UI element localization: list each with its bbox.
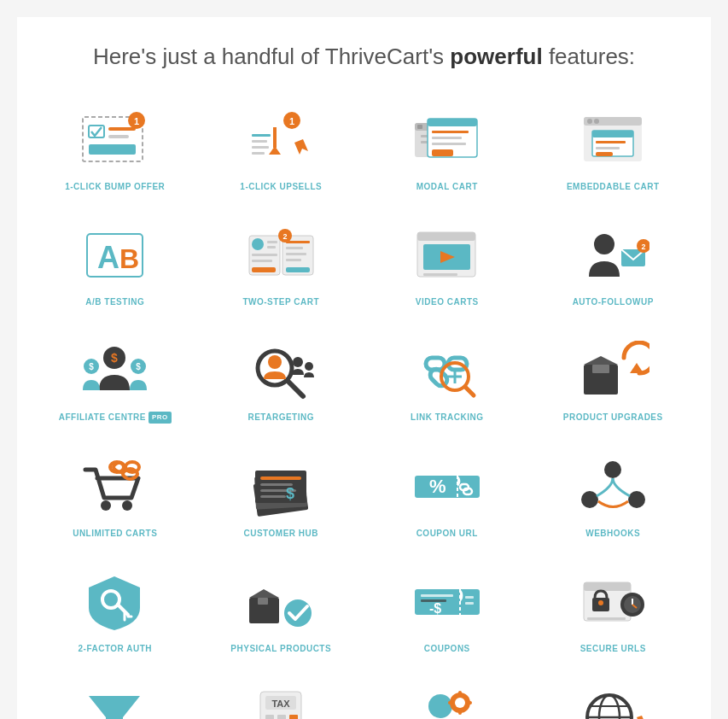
feature-label-customer-hub: CUSTOMER HUB: [244, 528, 318, 539]
feature-2-factor-auth: 2-FACTOR AUTH: [34, 559, 196, 666]
svg-text:B: B: [119, 243, 139, 274]
feature-icon-secure-urls: [574, 568, 651, 636]
feature-webhooks: WEBHOOKS: [533, 444, 695, 551]
feature-label-affiliate-centre: AFFILIATE CENTREPRO: [59, 412, 172, 424]
svg-rect-22: [428, 119, 477, 126]
feature-icon-product-upgrades: [574, 336, 651, 405]
svg-point-71: [268, 355, 282, 369]
svg-marker-127: [89, 696, 140, 719]
feature-1-click-bump-offer: 1 1-CLICK BUMP OFFER: [34, 97, 196, 204]
svg-text:$: $: [136, 362, 141, 371]
svg-rect-25: [432, 143, 466, 145]
feature-icon-membership-integration: [409, 683, 486, 719]
feature-physical-products: PHYSICAL PRODUCTS: [201, 559, 363, 666]
feature-label-coupon-url: COUPON URL: [416, 528, 478, 539]
feature-icon-coupon-url: %: [409, 453, 486, 521]
svg-text:A: A: [97, 240, 119, 275]
svg-rect-26: [432, 149, 453, 156]
feature-ab-testing: A B A/B TESTING: [34, 213, 196, 319]
svg-rect-51: [286, 267, 310, 272]
svg-text:%: %: [429, 476, 446, 497]
feature-icon-1-click-bump-offer: 1: [77, 106, 154, 174]
feature-label-video-carts: VIDEO CARTS: [416, 296, 479, 307]
feature-discount-url: $www DISCOUNT URL: [533, 675, 695, 719]
svg-rect-134: [289, 715, 298, 719]
svg-point-102: [604, 461, 621, 478]
feature-icon-auto-followup: 2: [574, 221, 651, 289]
feature-link-tracking: LINK TRACKING: [366, 328, 528, 436]
page-headline: Here's just a handful of ThriveCart's po…: [34, 43, 694, 72]
svg-point-29: [587, 119, 592, 124]
feature-icon-coupons: -$: [409, 568, 486, 636]
svg-rect-3: [89, 126, 104, 137]
feature-icon-simple-sales-tax: TAX: [242, 683, 319, 719]
feature-icon-two-step-cart: 2: [242, 221, 319, 289]
svg-point-72: [293, 357, 303, 367]
svg-rect-28: [584, 117, 642, 126]
svg-rect-12: [252, 134, 271, 137]
svg-rect-32: [592, 131, 633, 137]
svg-rect-42: [267, 246, 276, 248]
svg-text:$: $: [111, 351, 118, 365]
feature-label-1-click-upsells: 1-CLICK UPSELLS: [240, 181, 322, 192]
svg-text:-$: -$: [429, 601, 441, 616]
page-container: Here's just a handful of ThriveCart's po…: [17, 17, 711, 719]
feature-label-ab-testing: A/B TESTING: [85, 296, 144, 307]
svg-text:2: 2: [282, 232, 287, 241]
feature-affiliate-centre: $ $ $ AFFILIATE CENTREPRO: [34, 328, 196, 436]
svg-rect-23: [432, 131, 469, 133]
svg-point-73: [305, 362, 313, 371]
svg-rect-95: [260, 495, 286, 498]
svg-rect-110: [258, 598, 268, 605]
feature-label-product-upgrades: PRODUCT UPGRADES: [563, 412, 663, 423]
feature-icon-funnel-stats: [77, 683, 154, 719]
svg-text:$: $: [89, 362, 94, 371]
svg-marker-84: [630, 363, 644, 373]
svg-rect-146: [467, 701, 472, 704]
feature-two-step-cart: 2 TWO-STEP CART: [201, 213, 363, 319]
svg-rect-6: [89, 144, 136, 155]
feature-coupons: -$ COUPONS: [366, 559, 528, 666]
svg-line-70: [288, 381, 303, 396]
svg-rect-50: [286, 259, 301, 261]
feature-1-click-upsells: 1 1-CLICK UPSELLS: [201, 97, 363, 204]
feature-label-webhooks: WEBHOOKS: [585, 528, 640, 539]
svg-rect-83: [592, 365, 609, 373]
feature-product-upgrades: PRODUCT UPGRADES: [533, 328, 695, 436]
feature-icon-affiliate-centre: $ $ $: [77, 336, 154, 405]
svg-marker-158: [637, 716, 645, 719]
svg-marker-109: [249, 589, 279, 598]
svg-rect-133: [277, 715, 286, 719]
svg-rect-13: [252, 140, 267, 143]
svg-rect-44: [252, 260, 272, 262]
feature-auto-followup: 2 AUTO-FOLLOWUP: [533, 213, 695, 319]
feature-membership-integration: MEMBERSHIP INTEGRATION: [366, 675, 528, 719]
svg-rect-5: [108, 135, 129, 138]
feature-customer-hub: $ CUSTOMER HUB: [201, 444, 363, 551]
feature-label-embeddable-cart: EMBEDDABLE CART: [567, 181, 660, 192]
feature-label-coupons: COUPONS: [424, 643, 470, 654]
feature-icon-customer-hub: $: [242, 453, 319, 521]
feature-icon-discount-url: $www: [574, 683, 651, 719]
svg-marker-9: [294, 139, 308, 155]
feature-unlimited-carts: UNLIMITED CARTS: [34, 444, 196, 551]
svg-rect-55: [417, 232, 475, 241]
svg-point-103: [628, 491, 645, 508]
svg-rect-92: [260, 476, 301, 480]
feature-icon-link-tracking: [409, 336, 486, 405]
svg-rect-116: [465, 596, 474, 599]
feature-label-modal-cart: MODAL CART: [416, 181, 478, 192]
feature-label-two-step-cart: TWO-STEP CART: [242, 296, 319, 307]
svg-point-143: [455, 698, 465, 708]
svg-rect-34: [596, 147, 620, 149]
svg-rect-18: [417, 125, 422, 129]
svg-point-86: [122, 500, 132, 511]
svg-point-30: [594, 119, 599, 124]
features-grid: 1 1-CLICK BUMP OFFER 1: [34, 97, 694, 719]
svg-rect-144: [458, 691, 462, 696]
svg-text:TAX: TAX: [271, 699, 290, 709]
feature-icon-modal-cart: [409, 106, 486, 174]
feature-icon-1-click-upsells: 1: [242, 106, 319, 174]
svg-rect-147: [448, 701, 453, 704]
svg-rect-33: [596, 141, 626, 143]
